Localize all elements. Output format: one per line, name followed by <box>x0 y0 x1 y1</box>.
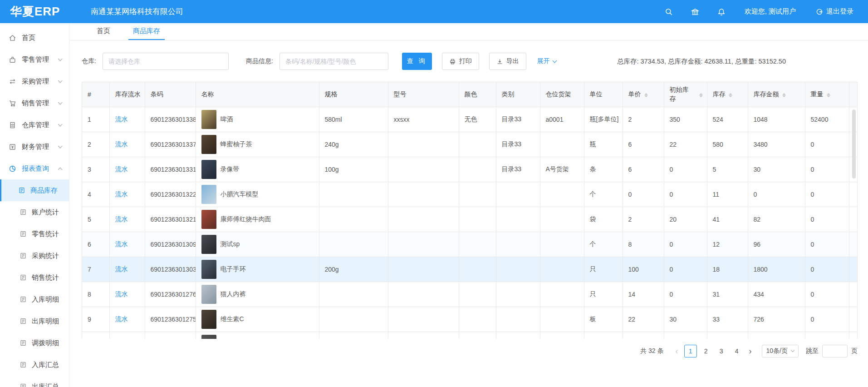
column-header-13[interactable]: 库存金额 <box>748 82 805 107</box>
sidebar-item-retail[interactable]: 零售管理 <box>0 49 69 70</box>
vertical-scrollbar[interactable] <box>852 109 856 179</box>
cell-barcode: 6901236301322 <box>145 182 196 207</box>
cell-name: 录像带 <box>196 157 319 182</box>
sidebar-item-purchase[interactable]: 采购管理 <box>0 70 69 92</box>
sidebar-subitem-出库汇总[interactable]: 出库汇总 <box>0 376 69 387</box>
sidebar-subitem-调拨明细[interactable]: 调拨明细 <box>0 332 69 354</box>
sidebar-item-warehouse[interactable]: 仓库管理 <box>0 114 69 136</box>
stock-flow-link[interactable]: 流水 <box>115 190 128 198</box>
sidebar-item-home[interactable]: 首页 <box>0 27 69 49</box>
cell-no: 4 <box>82 182 109 207</box>
sidebar-item-finance[interactable]: 财务管理 <box>0 136 69 158</box>
sidebar-subitem-商品库存[interactable]: 商品库存 <box>0 179 69 201</box>
stock-flow-link[interactable]: 流水 <box>115 265 128 273</box>
table-row[interactable]: 1流水6901236301338啤酒580mlxxsxx无色目录33a0001瓶… <box>82 107 857 132</box>
page-number-4[interactable]: 4 <box>731 345 743 357</box>
sidebar-subitem-出库明细[interactable]: 出库明细 <box>0 310 69 332</box>
page-number-2[interactable]: 2 <box>700 345 712 357</box>
cell-shelf <box>540 132 584 157</box>
stock-flow-link[interactable]: 流水 <box>115 240 128 248</box>
column-header-8: 仓位货架 <box>540 82 584 107</box>
cell-model <box>388 282 459 307</box>
sidebar-subitem-销售统计[interactable]: 销售统计 <box>0 267 69 288</box>
expand-link[interactable]: 展开 <box>537 57 556 65</box>
product-photo[interactable] <box>201 260 216 279</box>
logout-button[interactable]: 退出登录 <box>816 7 853 16</box>
page-size-select[interactable]: 10条/页 <box>762 345 799 357</box>
warehouse-select[interactable] <box>103 53 229 70</box>
sort-caret-icon[interactable] <box>699 91 703 98</box>
column-header-14[interactable]: 重量 <box>805 82 849 107</box>
bell-icon[interactable] <box>717 8 726 16</box>
list-doc-icon <box>20 296 27 303</box>
product-name: 小腊汽车模型 <box>221 190 259 198</box>
next-page-button[interactable]: › <box>745 345 756 357</box>
product-photo[interactable] <box>201 335 216 339</box>
column-header-12[interactable]: 库存 <box>707 82 748 107</box>
product-photo[interactable] <box>201 110 216 129</box>
stock-flow-link[interactable]: 流水 <box>115 115 128 123</box>
product-photo[interactable] <box>201 160 216 179</box>
sort-caret-icon[interactable] <box>729 91 733 98</box>
stock-flow-link[interactable]: 流水 <box>115 165 128 173</box>
page-number-1[interactable]: 1 <box>684 345 697 357</box>
sidebar-subitem-账户统计[interactable]: 账户统计 <box>0 201 69 223</box>
search-button[interactable]: 查 询 <box>402 53 432 70</box>
cell-filler <box>849 307 857 332</box>
cell-filler <box>849 257 857 282</box>
chevron-down-icon <box>58 100 63 104</box>
stock-flow-link[interactable]: 流水 <box>115 315 128 322</box>
column-header-11[interactable]: 初始库存 <box>664 82 707 107</box>
sidebar-item-sale[interactable]: 销售管理 <box>0 92 69 114</box>
platform-bank-icon[interactable] <box>691 8 699 16</box>
table-row[interactable]: 9流水6901236301275维生素C板2230337260 <box>82 307 857 332</box>
cell-unit <box>584 332 623 339</box>
report-pie-icon <box>9 165 16 173</box>
product-photo[interactable] <box>201 210 216 229</box>
table-row[interactable]: 2流水6901236301337蜂蜜柚子茶240g目录33瓶6225803480… <box>82 132 857 157</box>
jump-page-input[interactable] <box>822 345 848 357</box>
cell-amount: 1048 <box>748 107 805 132</box>
column-header-10[interactable]: 单价 <box>623 82 664 107</box>
column-header-6: 颜色 <box>459 82 496 107</box>
sidebar-subitem-采购统计[interactable]: 采购统计 <box>0 245 69 267</box>
cell-shelf: a0001 <box>540 107 584 132</box>
sidebar-item-reports[interactable]: 报表查询 <box>0 158 69 179</box>
sidebar-subitem-入库汇总[interactable]: 入库汇总 <box>0 354 69 376</box>
sidebar-subitem-入库明细[interactable]: 入库明细 <box>0 288 69 310</box>
sort-caret-icon[interactable] <box>827 91 831 98</box>
table-row[interactable]: 8流水6901236301276猫人内裤只140314340 <box>82 282 857 307</box>
table-row[interactable]: 4流水6901236301322小腊汽车模型个001100 <box>82 182 857 207</box>
cell-name: 康师傅红烧牛肉面 <box>196 207 319 232</box>
sort-caret-icon[interactable] <box>782 91 786 98</box>
inventory-summary: 总库存: 3734.53, 总库存金额: 42638.11, 总重量: 5315… <box>617 57 786 66</box>
stock-flow-link[interactable]: 流水 <box>115 290 128 298</box>
product-photo[interactable] <box>201 135 216 154</box>
product-photo[interactable] <box>201 285 216 304</box>
jump-label: 跳至 <box>806 347 819 355</box>
search-icon[interactable] <box>665 8 673 16</box>
tab-product-inventory[interactable]: 商品库存 <box>128 23 165 40</box>
table-row[interactable]: 5流水6901236301321康师傅红烧牛肉面袋22041820 <box>82 207 857 232</box>
product-photo[interactable] <box>201 185 216 204</box>
cell-no: 2 <box>82 132 109 157</box>
export-button[interactable]: 导出 <box>489 53 526 70</box>
stock-flow-link[interactable]: 流水 <box>115 140 128 148</box>
prev-page-button[interactable]: ‹ <box>671 345 683 357</box>
sidebar-subitem-零售统计[interactable]: 零售统计 <box>0 223 69 245</box>
product-photo[interactable] <box>201 235 216 254</box>
product-photo[interactable] <box>201 310 216 329</box>
print-button[interactable]: 打印 <box>442 53 479 70</box>
table-row[interactable]: 7流水6901236301303电子手环200g只10001818000 <box>82 257 857 282</box>
table-row[interactable]: 6流水6901236301309测试sp个8012960 <box>82 232 857 257</box>
cell-category <box>496 332 540 339</box>
sort-caret-icon[interactable] <box>644 91 648 98</box>
product-info-label: 商品信息: <box>246 57 273 65</box>
table-row[interactable]: 3流水6901236301331录像带100g目录33A号货架条605300 <box>82 157 857 182</box>
cell-model <box>388 232 459 257</box>
page-number-3[interactable]: 3 <box>715 345 728 357</box>
table-row[interactable]: 10流水6901236301271 <box>82 332 857 339</box>
product-info-input[interactable] <box>280 53 388 70</box>
stock-flow-link[interactable]: 流水 <box>115 215 128 223</box>
tab-home[interactable]: 首页 <box>92 23 115 40</box>
